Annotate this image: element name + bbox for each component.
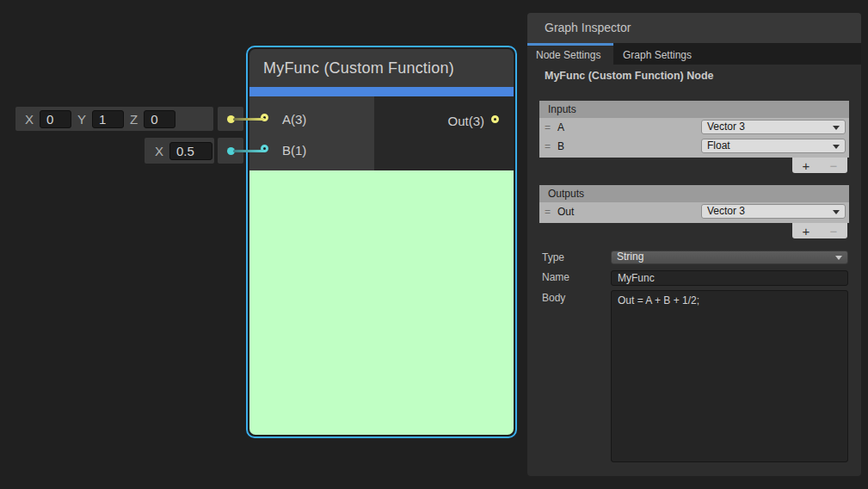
output-port-out-icon[interactable] xyxy=(491,115,499,123)
output-port-out-label: Out(3) xyxy=(447,114,484,129)
remove-input-button[interactable]: − xyxy=(830,159,838,172)
tab-node-settings[interactable]: Node Settings xyxy=(527,46,613,65)
type-label: Type xyxy=(542,251,564,263)
vector3-value-widget: X Y Z xyxy=(15,107,213,131)
vector3-x-input[interactable] xyxy=(40,110,71,128)
dropdown-arrow-icon xyxy=(833,145,840,149)
dropdown-value: Vector 3 xyxy=(707,205,745,217)
add-output-button[interactable]: + xyxy=(803,225,810,238)
function-name-input[interactable] xyxy=(611,270,848,286)
inspector-node-header: MyFunc (Custom Function) Node xyxy=(545,70,714,82)
dropdown-value: Float xyxy=(707,139,730,152)
axis-x-label: X xyxy=(155,144,163,158)
inputs-list-footer: + − xyxy=(792,158,847,173)
vector3-z-input[interactable] xyxy=(144,110,175,128)
outputs-list: Outputs = Out Vector 3 xyxy=(539,185,849,223)
function-body-textarea[interactable]: Out = A + B + 1/2; xyxy=(611,290,848,462)
node-preview xyxy=(249,170,514,435)
name-label: Name xyxy=(542,271,569,283)
graph-inspector-panel: Graph Inspector Node Settings Graph Sett… xyxy=(527,13,861,476)
list-item[interactable]: = Out Vector 3 xyxy=(539,202,849,221)
input-port-b-label: B(1) xyxy=(282,143,306,158)
shader-graph-canvas[interactable]: X Y Z X MyFunc (Custom Function) A(3) xyxy=(0,0,868,489)
edge-wire-vector3[interactable] xyxy=(233,118,265,121)
inspector-header[interactable]: Graph Inspector xyxy=(527,13,861,43)
inspector-title: Graph Inspector xyxy=(545,21,631,34)
output-out-type-dropdown[interactable]: Vector 3 xyxy=(701,204,846,219)
drag-handle-icon[interactable]: = xyxy=(545,121,550,133)
list-item[interactable]: = A Vector 3 xyxy=(539,118,849,137)
node-body: MyFunc (Custom Function) A(3) B(1) Out(3… xyxy=(249,49,514,435)
inputs-list: Inputs = A Vector 3 = B Float xyxy=(539,101,849,158)
dropdown-arrow-icon xyxy=(833,210,840,214)
node-title-bar[interactable]: MyFunc (Custom Function) xyxy=(249,49,514,87)
list-item[interactable]: = B Float xyxy=(539,137,849,156)
inputs-list-header: Inputs xyxy=(539,101,849,118)
input-port-a-label: A(3) xyxy=(282,112,306,127)
outputs-list-header: Outputs xyxy=(539,185,849,202)
axis-z-label: Z xyxy=(130,112,138,127)
add-input-button[interactable]: + xyxy=(803,159,810,172)
dropdown-value: String xyxy=(617,251,643,263)
node-title: MyFunc (Custom Function) xyxy=(263,59,454,77)
dropdown-arrow-icon xyxy=(835,256,842,260)
input-row-name: A xyxy=(557,121,564,133)
input-b-type-dropdown[interactable]: Float xyxy=(701,139,846,153)
float-x-input[interactable] xyxy=(169,142,212,160)
dropdown-value: Vector 3 xyxy=(707,121,745,133)
axis-y-label: Y xyxy=(77,112,86,127)
drag-handle-icon[interactable]: = xyxy=(545,140,550,152)
edge-wire-float[interactable] xyxy=(233,150,265,152)
node-accent-bar xyxy=(249,87,514,96)
float-value-widget: X xyxy=(145,138,214,164)
tab-graph-settings[interactable]: Graph Settings xyxy=(623,46,692,65)
dropdown-arrow-icon xyxy=(833,126,840,130)
custom-function-node[interactable]: MyFunc (Custom Function) A(3) B(1) Out(3… xyxy=(246,46,517,438)
inspector-tab-bar: Node Settings Graph Settings xyxy=(527,43,861,65)
drag-handle-icon[interactable]: = xyxy=(545,206,550,218)
axis-x-label: X xyxy=(25,112,34,127)
vector3-y-input[interactable] xyxy=(92,110,124,128)
remove-output-button[interactable]: − xyxy=(830,225,838,238)
body-label: Body xyxy=(542,292,565,304)
type-dropdown[interactable]: String xyxy=(611,251,848,264)
input-row-name: B xyxy=(557,140,564,152)
node-ports-area: A(3) B(1) Out(3) xyxy=(249,96,514,170)
input-a-type-dropdown[interactable]: Vector 3 xyxy=(701,120,846,134)
outputs-list-footer: + − xyxy=(792,223,847,238)
node-input-ports-column xyxy=(249,96,374,170)
output-row-name: Out xyxy=(557,206,574,218)
